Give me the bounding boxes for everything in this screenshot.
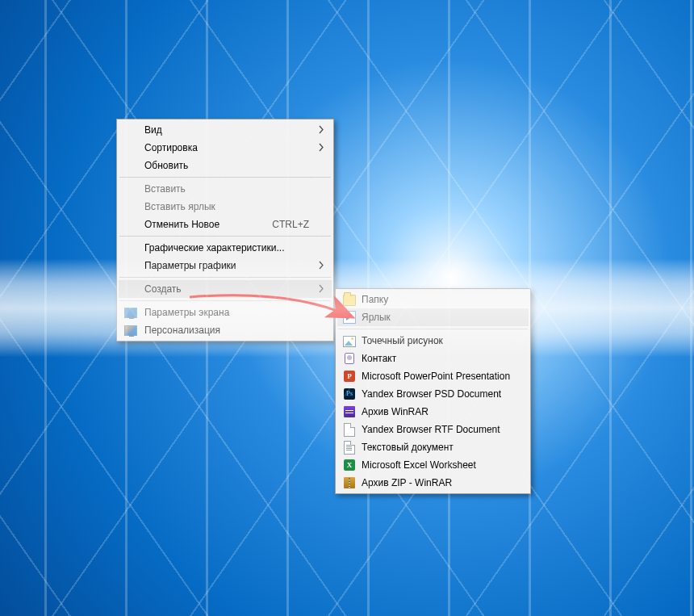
menu-item-label: Папку [362,294,388,305]
submenu-item[interactable]: Контакт [337,350,529,367]
personalize-icon [124,324,137,337]
contextMenu-item[interactable]: Обновить [119,157,332,174]
contextMenu-item[interactable]: Персонализация [119,321,332,339]
submenu-item[interactable]: Текстовый документ [337,438,529,456]
contextMenu-item[interactable]: Вид [119,121,332,139]
menu-item-label: Точечный рисунок [362,335,443,346]
contextMenu-item[interactable]: Создать [119,280,332,298]
contextMenu-item[interactable]: Отменить НовоеCTRL+Z [119,216,332,233]
submenu-item[interactable]: Архив WinRAR [337,403,529,421]
contact-icon [343,352,356,365]
menu-item-label: Отменить Новое [144,219,219,230]
monitor-icon [124,306,137,319]
menu-item-shortcut: CTRL+Z [272,219,309,230]
shortcut-icon [343,311,356,324]
menu-item-label: Вставить [144,183,186,195]
menu-item-label: Контакт [362,353,396,364]
menu-item-label: Создать [144,283,182,295]
zip-icon [343,476,356,489]
ppt-icon [343,370,356,383]
menu-item-label: Microsoft Excel Worksheet [362,459,476,471]
txt-icon [343,441,356,454]
contextMenu-item: Вставить [119,180,332,198]
submenu-item[interactable]: Точечный рисунок [337,332,529,350]
create-submenu: ПапкуЯрлыкТочечный рисунокКонтактMicroso… [335,288,531,494]
file-icon [343,423,356,436]
desktop-context-menu: ВидСортировкаОбновитьВставитьВставить яр… [116,119,334,342]
submenu-item[interactable]: Архив ZIP - WinRAR [337,474,529,492]
menu-item-label: Персонализация [144,325,220,336]
desktop-background[interactable]: ВидСортировкаОбновитьВставитьВставить яр… [0,0,694,616]
menu-item-label: Параметры графики [144,260,236,271]
menu-separator [119,236,331,237]
menu-separator [119,277,331,278]
submenu-arrow-icon [319,143,324,153]
menu-item-label: Microsoft PowerPoint Presentation [362,371,510,382]
submenu-arrow-icon [319,261,324,270]
menu-item-label: Архив WinRAR [362,406,429,417]
contextMenu-item: Вставить ярлык [119,198,332,216]
menu-item-label: Графические характеристики... [144,242,284,254]
folder-icon [343,293,356,306]
rar-icon [343,405,356,418]
submenu-item[interactable]: Папку [337,291,529,308]
submenu-item[interactable]: Ярлык [337,308,529,326]
submenu-arrow-icon [319,284,324,294]
bmp-icon [343,334,356,347]
menu-separator [119,177,331,178]
contextMenu-item[interactable]: Сортировка [119,139,332,157]
menu-item-label: Текстовый документ [362,442,454,453]
menu-item-label: Архив ZIP - WinRAR [362,477,452,488]
submenu-item[interactable]: Yandex Browser PSD Document [337,385,529,403]
menu-item-label: Обновить [144,160,188,171]
menu-separator [338,329,528,329]
menu-item-label: Параметры экрана [144,307,229,318]
menu-item-label: Yandex Browser RTF Document [362,424,500,435]
contextMenu-item[interactable]: Параметры экрана [119,304,332,321]
submenu-item[interactable]: Microsoft Excel Worksheet [337,456,529,474]
submenu-item[interactable]: Microsoft PowerPoint Presentation [337,367,529,385]
submenu-item[interactable]: Yandex Browser RTF Document [337,421,529,438]
psd-icon [343,388,356,400]
xls-icon [343,459,356,471]
menu-item-label: Вставить ярлык [144,201,215,212]
contextMenu-item[interactable]: Параметры графики [119,257,332,274]
menu-item-label: Вид [144,124,162,136]
menu-item-label: Сортировка [144,142,198,153]
menu-item-label: Yandex Browser PSD Document [362,388,501,400]
menu-item-label: Ярлык [362,312,391,323]
submenu-arrow-icon [319,125,324,135]
contextMenu-item[interactable]: Графические характеристики... [119,239,332,257]
menu-separator [119,300,331,301]
